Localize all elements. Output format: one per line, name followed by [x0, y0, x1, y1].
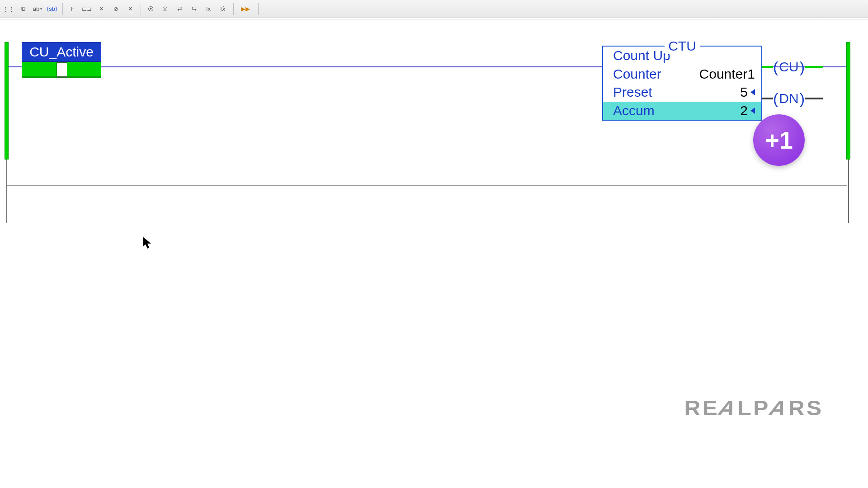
ctu-row-accum[interactable]: Accum 2 — [603, 102, 761, 120]
right-rail-extension — [848, 160, 849, 223]
tb-coil2-icon[interactable]: ⦾ — [158, 2, 172, 16]
ctu-title: CTU — [665, 38, 700, 54]
output-coil-dn[interactable]: ( DN ) — [762, 91, 823, 106]
tb-btn-ab[interactable]: ab — [31, 2, 44, 16]
tb-coil1-icon[interactable]: ⦿ — [144, 2, 157, 16]
tb-btn-2[interactable]: ⧉ — [16, 2, 30, 16]
accum-arrow-icon — [750, 108, 755, 114]
left-power-rail — [5, 42, 9, 160]
toolbar: ⋮⋮ ⧉ ab ⟨sb⟩ ⊦ ⊏⊐ ✕ ⊘ ✕̲ ⦿ ⦾ ⇄ ⇆ fx fẋ ▶… — [0, 0, 868, 18]
ladder-editor[interactable]: CU_Active CTU Count Up Counter Counter1 … — [0, 19, 868, 200]
ctu-preset-value: 5 — [740, 84, 755, 100]
increment-badge: +1 — [753, 114, 805, 166]
tb-xic-icon[interactable]: ✕ — [94, 2, 108, 16]
tb-mov1-icon[interactable]: ⇄ — [173, 2, 186, 16]
preset-arrow-icon — [750, 89, 755, 95]
tb-btn-sb[interactable]: ⟨sb⟩ — [45, 2, 59, 16]
ctu-preset-key: Preset — [613, 84, 652, 100]
tb-fx1-icon[interactable]: fx — [202, 2, 215, 16]
tb-otl-icon[interactable]: ✕̲ — [123, 2, 137, 16]
toolbar-separator-3 — [233, 3, 234, 15]
coil-dn-label: DN — [778, 91, 799, 106]
ctu-row-counter[interactable]: Counter Counter1 — [603, 65, 761, 84]
output-coil-cu[interactable]: ( CU ) — [762, 59, 823, 75]
tb-branch-icon[interactable]: ⊏⊐ — [80, 2, 94, 16]
right-power-rail — [846, 42, 850, 160]
toolbar-separator-1 — [62, 3, 63, 15]
tb-run-icon[interactable]: ▶▶ — [236, 2, 255, 16]
rung-divider — [7, 185, 847, 186]
toolbar-separator-4 — [258, 3, 259, 15]
left-rail-extension — [6, 160, 7, 223]
tb-mov2-icon[interactable]: ⇆ — [187, 2, 201, 16]
contact-label: CU_Active — [22, 42, 101, 62]
ctu-accum-value: 2 — [740, 103, 755, 119]
ctu-instruction-block[interactable]: CTU Count Up Counter Counter1 Preset 5 A… — [602, 46, 762, 121]
ctu-row-preset[interactable]: Preset 5 — [603, 83, 761, 102]
ctu-accum-key: Accum — [613, 103, 655, 119]
ctu-counter-key: Counter — [613, 66, 661, 82]
contact-cu-active[interactable]: CU_Active — [22, 42, 101, 78]
tb-btn-1[interactable]: ⋮⋮ — [2, 2, 15, 16]
ctu-counter-value: Counter1 — [699, 66, 755, 82]
contact-symbol — [22, 62, 101, 78]
tb-fx2-icon[interactable]: fẋ — [216, 2, 230, 16]
coil-cu-label: CU — [778, 59, 799, 75]
tb-ote-icon[interactable]: ⊘ — [109, 2, 123, 16]
ctu-desc: Count Up — [613, 48, 670, 64]
increment-badge-text: +1 — [765, 126, 793, 154]
watermark-logo: REALPARS — [684, 396, 824, 420]
tb-rung-icon[interactable]: ⊦ — [66, 2, 79, 16]
toolbar-separator-2 — [141, 3, 141, 15]
